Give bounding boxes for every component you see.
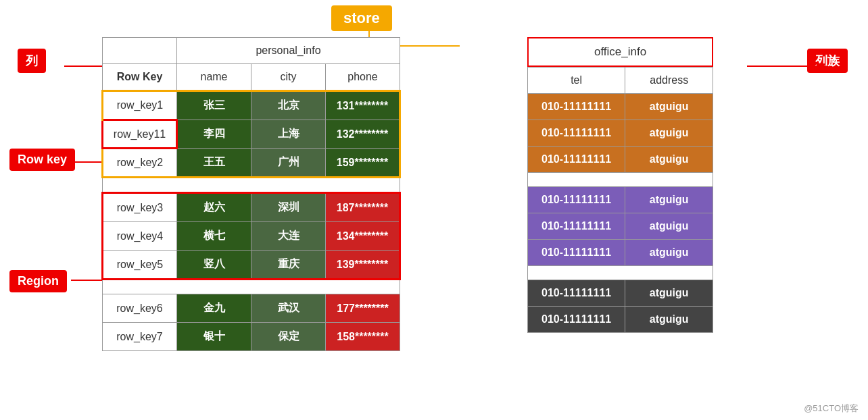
phone-cell: 131********	[326, 91, 400, 120]
phone-cell: 139********	[326, 251, 400, 280]
row-key-cell: row_key4	[103, 222, 177, 251]
address-cell: atguigu	[625, 187, 713, 213]
gap-row	[528, 173, 713, 187]
tel-cell: 010-11111111	[528, 94, 625, 120]
row-key-cell: row_key1	[103, 91, 177, 120]
address-cell: atguigu	[625, 147, 713, 173]
city-cell: 北京	[251, 91, 326, 120]
city-cell: 保定	[251, 323, 326, 351]
tel-cell: 010-11111111	[528, 147, 625, 173]
col-rowkey: Row Key	[103, 64, 177, 91]
col-tel: tel	[528, 68, 625, 94]
gap-row	[528, 266, 713, 280]
office-row: 010-11111111 atguigu	[528, 187, 713, 213]
office-row: 010-11111111 atguigu	[528, 94, 713, 120]
office-table-wrapper: office_info tel address 010-11111111 atg…	[527, 37, 713, 333]
table-row: row_key1 张三 北京 131********	[103, 91, 400, 120]
office-table: tel address 010-11111111 atguigu 010-111…	[527, 67, 713, 333]
tel-cell: 010-11111111	[528, 280, 625, 307]
city-cell: 上海	[251, 120, 326, 149]
address-cell: atguigu	[625, 307, 713, 333]
col-city: city	[251, 64, 326, 91]
main-table: personal_info Row Key name city phone ro…	[101, 37, 401, 351]
row-key-cell: row_key5	[103, 251, 177, 280]
phone-cell: 158********	[326, 323, 400, 351]
office-row: 010-11111111 atguigu	[528, 120, 713, 147]
city-cell: 大连	[251, 222, 326, 251]
name-cell: 张三	[177, 91, 251, 120]
city-cell: 重庆	[251, 251, 326, 280]
row-key-cell: row_key3	[103, 193, 177, 222]
table-row: row_key2 王五 广州 159********	[103, 149, 400, 178]
office-row: 010-11111111 atguigu	[528, 213, 713, 240]
city-cell: 广州	[251, 149, 326, 178]
phone-cell: 187********	[326, 193, 400, 222]
tel-cell: 010-11111111	[528, 240, 625, 266]
main-container: store 列 Row key Region 列族 personal_info	[0, 0, 868, 420]
gap-row	[103, 178, 400, 193]
tel-cell: 010-11111111	[528, 120, 625, 147]
name-cell: 金九	[177, 294, 251, 323]
rowkey-badge: Row key	[9, 149, 75, 171]
table-row: row_key4 横七 大连 134********	[103, 222, 400, 251]
phone-cell: 134********	[326, 222, 400, 251]
phone-cell: 132********	[326, 120, 400, 149]
col-address: address	[625, 68, 713, 94]
address-cell: atguigu	[625, 213, 713, 240]
address-cell: atguigu	[625, 240, 713, 266]
personal-info-header: personal_info	[177, 38, 400, 64]
store-label: store	[331, 5, 392, 31]
office-info-header: office_info	[527, 37, 713, 67]
row-key-cell: row_key11	[103, 120, 177, 149]
address-cell: atguigu	[625, 94, 713, 120]
watermark: @51CTO博客	[804, 402, 859, 415]
table-row: row_key7 银十 保定 158********	[103, 323, 400, 351]
tel-cell: 010-11111111	[528, 187, 625, 213]
name-cell: 银十	[177, 323, 251, 351]
table-row: row_key11 李四 上海 132********	[103, 120, 400, 149]
gap-row	[103, 280, 400, 294]
city-cell: 武汉	[251, 294, 326, 323]
table-row: row_key6 金九 武汉 177********	[103, 294, 400, 323]
main-table-wrapper: personal_info Row Key name city phone ro…	[101, 37, 401, 351]
tel-cell: 010-11111111	[528, 307, 625, 333]
office-row: 010-11111111 atguigu	[528, 240, 713, 266]
table-row: row_key3 赵六 深圳 187********	[103, 193, 400, 222]
liezu-badge: 列族	[807, 49, 848, 73]
phone-cell: 159********	[326, 149, 400, 178]
office-row: 010-11111111 atguigu	[528, 280, 713, 307]
col-name: name	[177, 64, 251, 91]
table-row: row_key5 竖八 重庆 139********	[103, 251, 400, 280]
office-row: 010-11111111 atguigu	[528, 307, 713, 333]
name-cell: 横七	[177, 222, 251, 251]
office-row: 010-11111111 atguigu	[528, 147, 713, 173]
col-phone: phone	[326, 64, 400, 91]
city-cell: 深圳	[251, 193, 326, 222]
name-cell: 赵六	[177, 193, 251, 222]
address-cell: atguigu	[625, 120, 713, 147]
region-badge: Region	[9, 270, 67, 292]
tel-cell: 010-11111111	[528, 213, 625, 240]
name-cell: 竖八	[177, 251, 251, 280]
row-key-cell: row_key6	[103, 294, 177, 323]
row-key-cell: row_key2	[103, 149, 177, 178]
address-cell: atguigu	[625, 280, 713, 307]
row-key-cell: row_key7	[103, 323, 177, 351]
lie-badge: 列	[18, 49, 46, 73]
phone-cell: 177********	[326, 294, 400, 323]
name-cell: 李四	[177, 120, 251, 149]
name-cell: 王五	[177, 149, 251, 178]
